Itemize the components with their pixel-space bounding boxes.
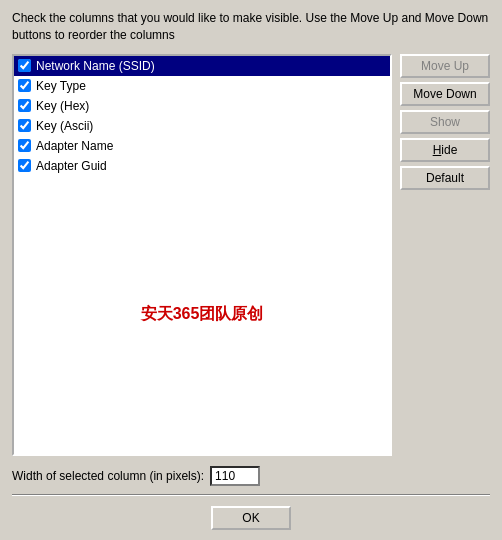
dialog: Check the columns that you would like to… <box>0 0 502 540</box>
hide-button[interactable]: Hide <box>400 138 490 162</box>
width-row: Width of selected column (in pixels): <box>12 466 490 486</box>
description-text: Check the columns that you would like to… <box>12 10 490 44</box>
column-label: Adapter Guid <box>36 159 107 173</box>
divider <box>12 494 490 496</box>
move-up-button[interactable]: Move Up <box>400 54 490 78</box>
list-item[interactable]: Network Name (SSID) <box>14 56 390 76</box>
list-item[interactable]: Key (Hex) <box>14 96 390 116</box>
default-button[interactable]: Default <box>400 166 490 190</box>
column-checkbox[interactable] <box>18 99 31 112</box>
column-checkbox[interactable] <box>18 139 31 152</box>
column-checkbox[interactable] <box>18 159 31 172</box>
watermark-text: 安天365团队原创 <box>141 304 264 325</box>
column-checkbox[interactable] <box>18 59 31 72</box>
list-item[interactable]: Key Type <box>14 76 390 96</box>
columns-list[interactable]: Network Name (SSID)Key TypeKey (Hex)Key … <box>12 54 392 456</box>
column-label: Key Type <box>36 79 86 93</box>
list-item[interactable]: Key (Ascii) <box>14 116 390 136</box>
column-label: Adapter Name <box>36 139 113 153</box>
width-label: Width of selected column (in pixels): <box>12 469 204 483</box>
column-label: Network Name (SSID) <box>36 59 155 73</box>
column-label: Key (Hex) <box>36 99 89 113</box>
watermark-area: 安天365团队原创 <box>14 176 390 454</box>
bottom-area: Width of selected column (in pixels): OK <box>12 462 490 530</box>
column-checkbox[interactable] <box>18 119 31 132</box>
list-item[interactable]: Adapter Guid <box>14 156 390 176</box>
ok-row: OK <box>12 506 490 530</box>
column-checkbox[interactable] <box>18 79 31 92</box>
column-label: Key (Ascii) <box>36 119 93 133</box>
move-down-button[interactable]: Move Down <box>400 82 490 106</box>
list-item[interactable]: Adapter Name <box>14 136 390 156</box>
show-button[interactable]: Show <box>400 110 490 134</box>
width-input[interactable] <box>210 466 260 486</box>
ok-button[interactable]: OK <box>211 506 291 530</box>
action-buttons: Move Up Move Down Show Hide Default <box>400 54 490 456</box>
main-area: Network Name (SSID)Key TypeKey (Hex)Key … <box>12 54 490 456</box>
